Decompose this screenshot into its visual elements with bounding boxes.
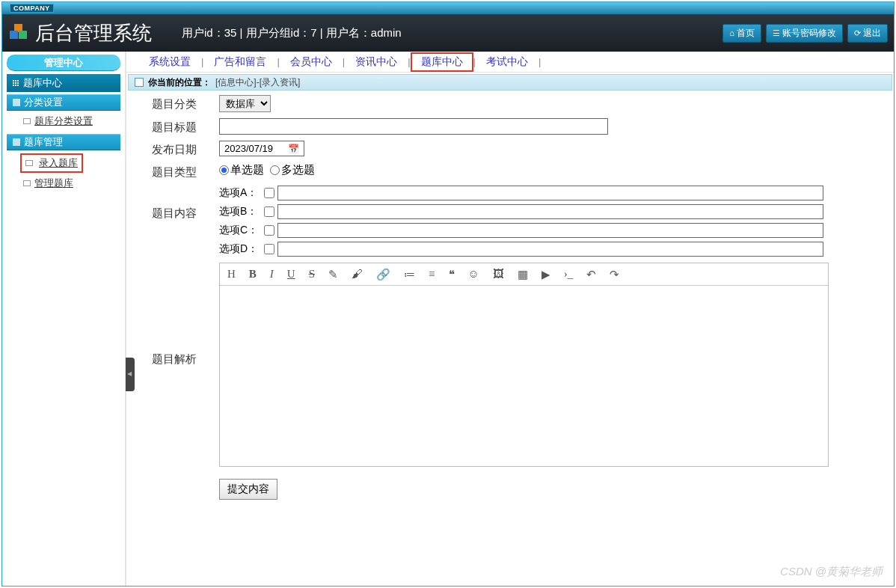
home-icon: ⌂: [729, 28, 734, 37]
calendar-icon: 📅: [288, 144, 299, 154]
toolbar-button[interactable]: ❝: [449, 268, 455, 281]
system-title: 后台管理系统: [35, 20, 152, 46]
toolbar-button[interactable]: B: [249, 268, 257, 281]
company-label: COMPANY: [10, 4, 54, 13]
topnav-item[interactable]: 资讯中心: [345, 55, 408, 69]
toolbar-button[interactable]: ≡: [429, 268, 435, 281]
list-icon: ☰: [773, 28, 780, 38]
submit-button[interactable]: 提交内容: [219, 479, 277, 500]
toolbar-button[interactable]: 🔗: [376, 268, 390, 281]
watermark: CSDN @黄菊华老师: [780, 565, 883, 579]
toolbar-button[interactable]: U: [287, 268, 295, 281]
option-c-row: 选项C：: [219, 223, 891, 238]
page-icon: [25, 160, 33, 166]
option-c-check[interactable]: [264, 225, 274, 236]
sidebar-cat-category[interactable]: 分类设置: [7, 94, 120, 111]
home-link[interactable]: ⌂首页: [722, 24, 761, 43]
sidebar-item-manage[interactable]: 管理题库: [7, 173, 120, 194]
radio-icon: [270, 165, 280, 175]
logout-link[interactable]: ⟳退出: [847, 24, 888, 43]
option-d-input[interactable]: [277, 242, 823, 257]
sidebar-cat-manage[interactable]: 题库管理: [7, 134, 120, 150]
topnav-item[interactable]: 考试中心: [476, 55, 538, 69]
analysis-label: 题目解析: [129, 263, 219, 367]
folder-icon: [13, 99, 20, 106]
toolbar-button[interactable]: H: [227, 268, 236, 281]
sidebar-header: 管理中心: [7, 55, 120, 71]
toolbar-button[interactable]: 🖌: [352, 268, 363, 281]
toolbar-button[interactable]: ≔: [404, 268, 415, 281]
sidebar-item-category-set[interactable]: 题库分类设置: [7, 111, 120, 132]
date-label: 发布日期: [129, 141, 219, 157]
page-icon: [23, 118, 31, 124]
option-c-input[interactable]: [277, 223, 823, 238]
rich-editor: HBIUS✎🖌🔗≔≡❝☺🖼▦▶›_↶↷: [219, 263, 829, 467]
editor-body[interactable]: [220, 286, 828, 464]
topnav: 系统设置|广告和留言|会员中心|资讯中心|题库中心|考试中心|: [126, 52, 894, 73]
radio-icon: [219, 165, 229, 175]
toolbar-button[interactable]: ✎: [328, 268, 338, 281]
toolbar-button[interactable]: ☺: [468, 268, 479, 281]
form: 题目分类 数据库 题目标题 发布日期 2023/07/19: [126, 92, 894, 503]
logo-icon: [8, 22, 29, 43]
location-icon: [135, 78, 144, 87]
title-label: 题目标题: [129, 118, 219, 135]
folder-icon: [13, 138, 20, 146]
option-d-check[interactable]: [264, 244, 274, 254]
grid-icon: [13, 80, 19, 86]
option-a-row: 选项A：: [219, 186, 891, 200]
option-b-check[interactable]: [264, 206, 274, 217]
option-b-input[interactable]: [277, 204, 823, 219]
user-info: 用户id：35 | 用户分组id：7 | 用户名：admin: [182, 26, 722, 40]
toolbar-button[interactable]: I: [270, 268, 274, 281]
collapse-handle[interactable]: [126, 358, 135, 391]
password-link[interactable]: ☰账号密码修改: [766, 24, 843, 43]
type-label: 题目类型: [129, 163, 219, 180]
category-label: 题目分类: [129, 95, 219, 111]
radio-single[interactable]: 单选题: [219, 163, 264, 177]
logout-icon: ⟳: [854, 28, 861, 38]
editor-toolbar: HBIUS✎🖌🔗≔≡❝☺🖼▦▶›_↶↷: [220, 263, 828, 286]
sidebar-breadcrumb[interactable]: 题库中心: [7, 74, 120, 92]
topnav-item[interactable]: 广告和留言: [203, 55, 277, 69]
option-a-input[interactable]: [277, 186, 823, 200]
toolbar-button[interactable]: ▦: [518, 268, 528, 281]
location-bar: 你当前的位置： [信息中心]-[录入资讯]: [128, 74, 892, 91]
toolbar-button[interactable]: ▶: [541, 268, 550, 281]
sidebar: 管理中心 题库中心 分类设置 题库分类设置 题库管理 录入题库 管理题库: [2, 52, 126, 586]
sidebar-item-input[interactable]: 录入题库: [20, 153, 83, 173]
header-links: ⌂首页 ☰账号密码修改 ⟳退出: [722, 24, 888, 43]
toolbar-button[interactable]: ↶: [586, 268, 596, 281]
toolbar-button[interactable]: ›_: [564, 268, 574, 281]
option-a-check[interactable]: [264, 188, 274, 198]
topnav-item[interactable]: 系统设置: [138, 55, 201, 69]
content-label: 题目内容: [129, 186, 219, 221]
option-d-row: 选项D：: [219, 242, 891, 257]
toolbar-button[interactable]: 🖼: [493, 268, 504, 281]
company-bar: COMPANY: [2, 2, 894, 14]
toolbar-button[interactable]: ↷: [610, 268, 619, 281]
date-input[interactable]: 2023/07/19 📅: [219, 141, 304, 156]
topnav-item[interactable]: 题库中心: [411, 52, 473, 72]
page-icon: [23, 180, 31, 186]
radio-multi[interactable]: 多选题: [270, 163, 315, 177]
title-input[interactable]: [219, 118, 608, 135]
main: 系统设置|广告和留言|会员中心|资讯中心|题库中心|考试中心| 你当前的位置： …: [126, 52, 894, 586]
category-select[interactable]: 数据库: [219, 95, 271, 112]
header: 后台管理系统 用户id：35 | 用户分组id：7 | 用户名：admin ⌂首…: [2, 14, 894, 52]
toolbar-button[interactable]: S: [309, 268, 315, 281]
option-b-row: 选项B：: [219, 204, 891, 219]
topnav-item[interactable]: 会员中心: [280, 55, 343, 69]
